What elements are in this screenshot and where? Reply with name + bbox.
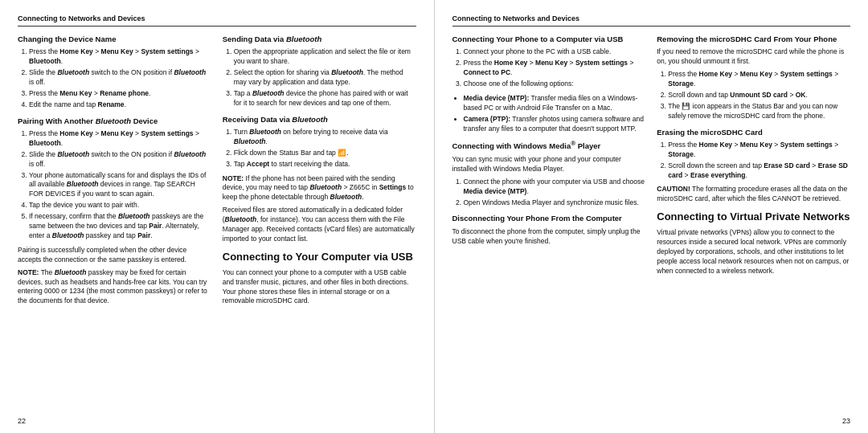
list-item: Tap the device you want to pair with. bbox=[29, 201, 211, 210]
title-vpn: Connecting to Virtual Private Networks bbox=[657, 210, 850, 224]
section-removing-microsdhs: Removing the microSDHC Card From Your Ph… bbox=[657, 35, 850, 121]
pairing-note: NOTE: The Bluetooth passkey may be fixed… bbox=[18, 268, 211, 307]
right-page: Connecting to Networks and Devices Conne… bbox=[435, 0, 869, 433]
list-erasing: Press the Home Key > Menu Key > System s… bbox=[668, 141, 850, 181]
section-changing-device-name: Changing the Device Name Press the Home … bbox=[18, 35, 211, 110]
list-item: Scroll down the screen and tap Erase SD … bbox=[668, 161, 850, 181]
vpn-text: Virtual private networks (VPNs) allow yo… bbox=[657, 228, 850, 276]
section-disconnecting-phone: Disconnecting Your Phone From the Comput… bbox=[452, 214, 646, 246]
page-number-left: 22 bbox=[18, 417, 26, 425]
section-erasing-microsdhs: Erasing the microSDHC Card Press the Hom… bbox=[657, 128, 850, 205]
title-sending-data: Sending Data via Bluetooth bbox=[223, 35, 416, 44]
list-removing: Press the Home Key > Menu Key > System s… bbox=[668, 70, 850, 121]
list-item: If necessary, confirm that the Bluetooth… bbox=[29, 212, 211, 241]
connecting-computer-text: You can connect your phone to a computer… bbox=[223, 268, 416, 307]
list-item: Slide the Bluetooth switch to the ON pos… bbox=[29, 150, 211, 170]
section-connecting-phone-usb: Connecting Your Phone to a Computer via … bbox=[452, 35, 646, 133]
list-item: Press the Home Key > Menu Key > System s… bbox=[668, 141, 850, 160]
list-item: Press the Home Key > Menu Key > System s… bbox=[29, 47, 211, 67]
left-col-1: Changing the Device Name Press the Home … bbox=[18, 35, 211, 312]
left-header: Connecting to Networks and Devices bbox=[18, 14, 416, 27]
list-item: Media device (MTP): Transfer media files… bbox=[464, 94, 646, 113]
title-removing-microsdhs: Removing the microSDHC Card From Your Ph… bbox=[657, 35, 850, 44]
list-item: Scroll down and tap Unmount SD card > OK… bbox=[668, 91, 850, 100]
list-item: Select the option for sharing via Blueto… bbox=[234, 68, 416, 88]
section-connecting-computer: Connecting to Your Computer via USB You … bbox=[223, 251, 416, 306]
left-col-2: Sending Data via Bluetooth Open the appr… bbox=[223, 35, 416, 312]
receiving-extra: Received files are stored automatically … bbox=[223, 206, 416, 244]
title-windows-media: Connecting with Windows Media® Player bbox=[452, 140, 646, 152]
list-item: Open Windows Media Player and synchroniz… bbox=[464, 198, 646, 208]
title-connecting-computer: Connecting to Your Computer via USB bbox=[223, 251, 416, 264]
list-item: Connect your phone to the PC with a USB … bbox=[464, 47, 646, 57]
windows-media-text: You can sync music with your phone and y… bbox=[452, 155, 646, 174]
title-receiving-data: Receiving Data via Bluetooth bbox=[223, 115, 416, 125]
list-receiving: Turn Bluetooth on before trying to recei… bbox=[234, 128, 416, 170]
right-col-2: Removing the microSDHC Card From Your Ph… bbox=[657, 35, 850, 283]
list-item: Turn Bluetooth on before trying to recei… bbox=[234, 128, 416, 147]
list-item: Press the Menu Key > Rename phone. bbox=[29, 89, 211, 99]
list-pairing: Press the Home Key > Menu Key > System s… bbox=[29, 129, 211, 241]
page-number-right: 23 bbox=[842, 417, 850, 425]
list-item: Camera (PTP): Transfer photos using came… bbox=[464, 115, 646, 134]
list-connecting-phone: Connect your phone to the PC with a USB … bbox=[464, 47, 646, 89]
list-item: Your phone automatically scans for and d… bbox=[29, 171, 211, 200]
pairing-extra: Pairing is successfully completed when t… bbox=[18, 246, 211, 265]
title-disconnecting-phone: Disconnecting Your Phone From the Comput… bbox=[452, 214, 646, 223]
list-item: Tap Accept to start receiving the data. bbox=[234, 160, 416, 170]
list-windows-media: Connect the phone with your computer via… bbox=[464, 178, 646, 208]
left-page: Connecting to Networks and Devices Chang… bbox=[0, 0, 435, 433]
receiving-note: NOTE: If the phone has not been paired w… bbox=[223, 174, 416, 203]
erasing-caution: CAUTION! The formatting procedure erases… bbox=[657, 185, 850, 204]
list-changing-device-name: Press the Home Key > Menu Key > System s… bbox=[29, 47, 211, 109]
right-col-1: Connecting Your Phone to a Computer via … bbox=[452, 35, 646, 283]
section-sending-data: Sending Data via Bluetooth Open the appr… bbox=[223, 35, 416, 108]
list-item: Connect the phone with your computer via… bbox=[464, 178, 646, 197]
section-receiving-data: Receiving Data via Bluetooth Turn Blueto… bbox=[223, 115, 416, 244]
list-item: Choose one of the following options: bbox=[464, 80, 646, 89]
list-usb-options: Media device (MTP): Transfer media files… bbox=[464, 94, 646, 134]
list-sending: Open the appropriate application and sel… bbox=[234, 47, 416, 108]
list-item: Press the Home Key > Menu Key > System s… bbox=[668, 70, 850, 89]
removing-intro: If you need to remove the microSDHC card… bbox=[657, 47, 850, 67]
list-item: Flick down the Status Bar and tap 📶. bbox=[234, 149, 416, 158]
list-item: Tap a Bluetooth device the phone has pai… bbox=[234, 89, 416, 108]
list-item: Press the Home Key > Menu Key > System s… bbox=[464, 59, 646, 78]
title-erasing-microsdhs: Erasing the microSDHC Card bbox=[657, 128, 850, 137]
disconnecting-text: To disconnect the phone from the compute… bbox=[452, 227, 646, 247]
list-item: Slide the Bluetooth switch to the ON pos… bbox=[29, 68, 211, 88]
section-windows-media: Connecting with Windows Media® Player Yo… bbox=[452, 140, 646, 207]
right-header: Connecting to Networks and Devices bbox=[452, 14, 851, 27]
section-vpn: Connecting to Virtual Private Networks V… bbox=[657, 210, 850, 276]
title-connecting-phone-usb: Connecting Your Phone to a Computer via … bbox=[452, 35, 646, 44]
list-item: Open the appropriate application and sel… bbox=[234, 47, 416, 67]
title-changing-device-name: Changing the Device Name bbox=[18, 35, 211, 44]
section-pairing-bluetooth: Pairing With Another Bluetooth Device Pr… bbox=[18, 116, 211, 306]
list-item: Press the Home Key > Menu Key > System s… bbox=[29, 129, 211, 149]
list-item: Edit the name and tap Rename. bbox=[29, 100, 211, 110]
list-item: The 💾 icon appears in the Status Bar and… bbox=[668, 102, 850, 121]
title-pairing-bluetooth: Pairing With Another Bluetooth Device bbox=[18, 116, 211, 126]
